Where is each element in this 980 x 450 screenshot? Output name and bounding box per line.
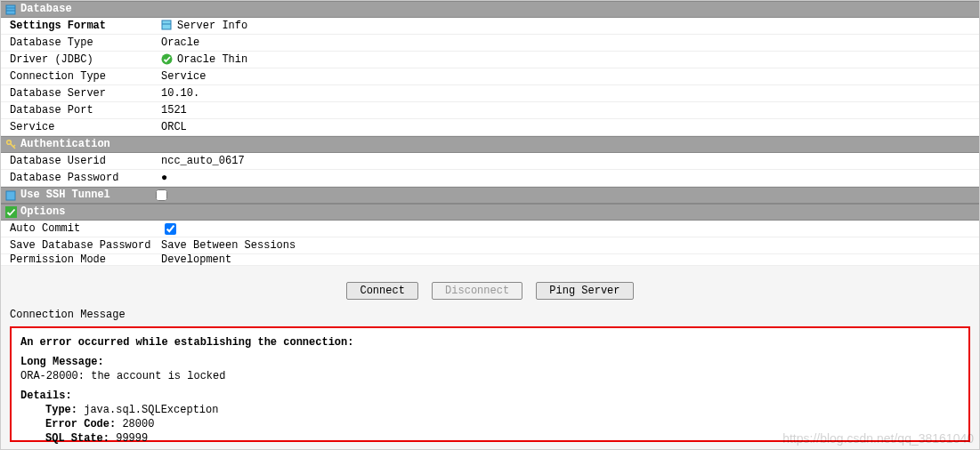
options-title: Options (20, 205, 65, 220)
button-bar: Connect Disconnect Ping Server (1, 273, 979, 305)
permission-mode-value: Development (161, 254, 231, 266)
key-icon (4, 139, 17, 151)
ping-server-button[interactable]: Ping Server (536, 282, 633, 300)
service-value: ORCL (161, 121, 187, 133)
detail-type-key: Type: (45, 404, 77, 416)
database-server-value: 10.10. (161, 87, 199, 100)
settings-scroll[interactable]: Database Settings Format Server Info Dat… (1, 1, 979, 273)
database-server-label: Database Server (1, 87, 161, 100)
row-database-port[interactable]: Database Port 1521 (1, 102, 979, 119)
ssh-title: Use SSH Tunnel (20, 188, 152, 203)
long-message-heading: Long Message: (20, 356, 104, 368)
connection-type-value: Service (161, 70, 206, 83)
disconnect-button[interactable]: Disconnect (432, 282, 522, 300)
service-label: Service (1, 121, 161, 133)
details-heading: Details: (20, 390, 72, 402)
section-auth-title: Authentication (20, 137, 110, 152)
svg-rect-9 (6, 191, 15, 200)
row-connection-type[interactable]: Connection Type Service (1, 68, 979, 85)
database-port-value: 1521 (161, 104, 187, 117)
detail-type-value: java.sql.SQLException (77, 404, 218, 416)
row-driver[interactable]: Driver (JDBC) Oracle Thin (1, 52, 979, 68)
check-icon (4, 206, 17, 219)
row-password[interactable]: Database Password ● (1, 170, 979, 187)
userid-value: ncc_auto_0617 (161, 155, 245, 167)
server-info-icon (161, 20, 174, 32)
detail-state-key: SQL State: (45, 432, 109, 445)
row-settings-format[interactable]: Settings Format Server Info (1, 18, 979, 35)
settings-format-label: Settings Format (10, 20, 106, 32)
row-service[interactable]: Service ORCL (1, 119, 979, 136)
save-password-value: Save Between Sessions (161, 239, 296, 252)
row-auto-commit[interactable]: Auto Commit (1, 221, 979, 237)
connect-button[interactable]: Connect (346, 282, 417, 300)
save-password-label: Save Database Password (1, 239, 161, 252)
password-value: ● (161, 172, 167, 184)
svg-rect-0 (6, 5, 15, 14)
detail-code-value: 28000 (116, 418, 154, 430)
detail-state-value: 99999 (109, 432, 148, 445)
section-options: Options (1, 204, 979, 221)
ssh-tunnel-checkbox[interactable] (156, 189, 167, 201)
driver-label: Driver (JDBC) (1, 53, 161, 66)
row-database-server[interactable]: Database Server 10.10. (1, 85, 979, 102)
connection-message-heading: Connection Message (1, 305, 979, 323)
svg-point-5 (162, 54, 173, 65)
database-port-label: Database Port (1, 104, 161, 117)
row-permission-mode[interactable]: Permission Mode Development (1, 254, 979, 266)
password-label: Database Password (1, 172, 161, 184)
svg-rect-3 (162, 20, 171, 29)
auto-commit-label: Auto Commit (1, 222, 161, 235)
section-ssh-tunnel[interactable]: Use SSH Tunnel (1, 187, 979, 204)
database-icon (4, 4, 17, 16)
section-authentication: Authentication (1, 136, 979, 153)
section-database-title: Database (20, 2, 72, 17)
settings-format-value: Server Info (177, 20, 247, 32)
svg-rect-10 (5, 206, 17, 218)
database-type-label: Database Type (1, 36, 161, 49)
permission-mode-label: Permission Mode (1, 254, 161, 266)
database-type-value: Oracle (161, 36, 199, 49)
userid-label: Database Userid (1, 155, 161, 167)
svg-line-8 (13, 145, 15, 147)
connection-message-box: An error occurred while establishing the… (10, 326, 970, 442)
row-database-type[interactable]: Database Type Oracle (1, 35, 979, 52)
connection-type-label: Connection Type (1, 70, 161, 83)
long-message-text: ORA-28000: the account is locked (20, 369, 960, 383)
error-title: An error occurred while establishing the… (20, 335, 960, 350)
row-userid[interactable]: Database Userid ncc_auto_0617 (1, 153, 979, 170)
driver-value: Oracle Thin (177, 53, 247, 66)
auto-commit-checkbox[interactable] (165, 223, 176, 235)
check-ok-icon (161, 53, 174, 66)
section-database: Database (1, 1, 979, 18)
ssh-icon (4, 189, 17, 202)
detail-code-key: Error Code: (45, 418, 116, 430)
row-save-password[interactable]: Save Database Password Save Between Sess… (1, 237, 979, 254)
